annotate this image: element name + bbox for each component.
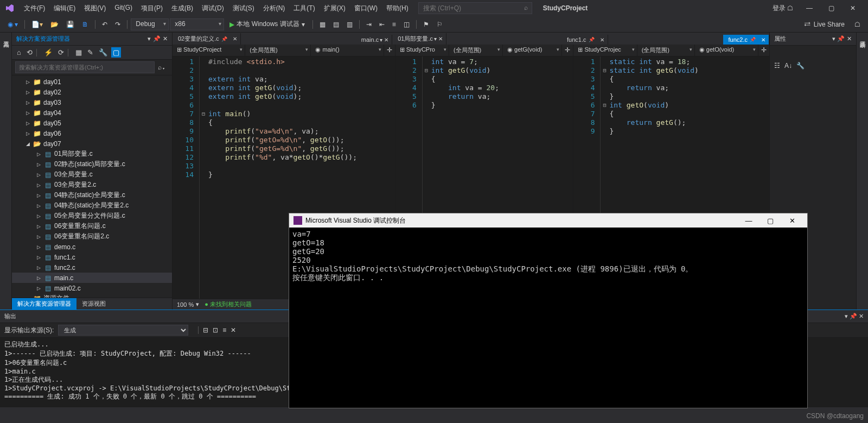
collapse-icon[interactable]: ⟲ [25, 47, 34, 58]
menu-item[interactable]: 生成(B) [167, 2, 197, 15]
window-maximize-button[interactable]: ▢ [820, 4, 842, 12]
output-source-dropdown[interactable]: 生成 [58, 325, 188, 336]
editor-tab[interactable]: 02变量的定义.c📌✕ [173, 33, 241, 45]
menu-item[interactable]: 文件(F) [20, 2, 49, 15]
home-icon[interactable]: ⌂ [15, 47, 23, 58]
panel-close-icon[interactable]: ✕ [847, 35, 852, 42]
refresh-icon[interactable]: ⟳ [56, 47, 66, 58]
open-button[interactable]: 📂 [47, 18, 62, 30]
tree-item[interactable]: ▷▤06变量重名问题.c [12, 221, 172, 231]
tree-item[interactable]: ▷▤03全局变量2.c [12, 180, 172, 190]
view-icon[interactable]: ▢ [111, 47, 121, 58]
console-close-button[interactable]: ✕ [781, 217, 803, 225]
menu-item[interactable]: 视图(V) [80, 2, 110, 15]
redo-button[interactable]: ↷ [112, 18, 124, 30]
menu-item[interactable]: 工具(T) [289, 2, 319, 15]
properties-icon[interactable]: ✎ [86, 47, 95, 58]
nav-func-2[interactable]: ◉ getG(void) [503, 45, 562, 56]
console-output[interactable]: va=7 getO=18 getG=20 2520 E:\VisualStudi… [289, 228, 807, 408]
tree-item[interactable]: ▷▤main02.c [12, 283, 172, 293]
console-maximize-button[interactable]: ▢ [760, 217, 781, 225]
menu-item[interactable]: 帮助(H) [382, 2, 413, 15]
undo-button[interactable]: ↶ [99, 18, 111, 30]
tool-icon-6[interactable]: ≡ [389, 18, 399, 30]
tree-item[interactable]: ▷📁day04 [12, 108, 172, 118]
panel-pin-icon[interactable]: ▾ 📌 [832, 35, 845, 42]
tool-icon-7[interactable]: ◫ [400, 18, 413, 30]
tree-item[interactable]: ◢📂day07 [12, 138, 172, 149]
global-search-input[interactable] [418, 2, 532, 14]
menu-item[interactable]: 项目(P) [137, 2, 167, 15]
panel-dropdown-icon[interactable]: ▾ [148, 35, 151, 42]
config-dropdown[interactable]: Debug [131, 18, 169, 30]
menu-item[interactable]: 调试(D) [197, 2, 228, 15]
tool-icon-1[interactable]: ▦ [316, 18, 329, 30]
tree-item[interactable]: ▷📁day03 [12, 97, 172, 108]
tool-icon-8[interactable]: ⚑ [420, 18, 432, 30]
panel-pin-icon[interactable]: ▾ 📌 ✕ [845, 313, 864, 320]
tool-icon-3[interactable]: ▥ [343, 18, 356, 30]
menu-item[interactable]: 分析(N) [259, 2, 290, 15]
output-tool-1[interactable]: ⊟ [203, 326, 208, 334]
editor-tab[interactable]: 01局部变量.c▾ ✕ [392, 33, 446, 45]
editor-tab[interactable]: func2.c📌✕ [723, 35, 769, 45]
categorized-icon[interactable]: ☷ [773, 61, 781, 71]
tool-icon-5[interactable]: ⇤ [376, 18, 388, 30]
tree-item[interactable]: ▷📁day02 [12, 87, 172, 97]
tree-item[interactable]: ▷▤main.c [12, 273, 172, 283]
tree-item[interactable]: ▷▤01局部变量.c [12, 149, 172, 159]
back-nav-button[interactable]: ◉ ▾ [4, 18, 21, 30]
split-icon[interactable]: ✛ [562, 45, 573, 56]
console-titlebar[interactable]: Microsoft Visual Studio 调试控制台 — ▢ ✕ [289, 213, 807, 228]
login-button[interactable]: 登录 ☖ [767, 2, 799, 15]
show-all-icon[interactable]: ▦ [74, 47, 84, 58]
output-tool-4[interactable]: ✕ [231, 326, 236, 334]
nav-project-3[interactable]: ⊞ StudyCProjec [573, 45, 637, 56]
save-all-button[interactable]: 🗎 [79, 18, 92, 30]
split-icon[interactable]: ✛ [758, 45, 769, 56]
editor-tab[interactable]: func1.c📌✕ [561, 35, 608, 45]
tree-item[interactable]: ▷▤05全局变量分文件问题.c [12, 211, 172, 221]
menu-item[interactable]: 测试(S) [228, 2, 259, 15]
menu-item[interactable]: 扩展(X) [320, 2, 350, 15]
tab-solution-explorer[interactable]: 解决方案资源管理器 [12, 298, 76, 310]
split-icon[interactable]: ✛ [384, 45, 395, 56]
tool-icon-9[interactable]: ⚐ [433, 18, 446, 30]
nav-scope-2[interactable]: (全局范围) [449, 45, 503, 56]
nav-project-2[interactable]: ⊞ StudyCPro [395, 45, 449, 56]
explorer-search-input[interactable] [15, 61, 155, 73]
issues-indicator[interactable]: ● 未找到相关问题 [205, 300, 252, 308]
admin-icon[interactable]: ☖ [851, 18, 864, 30]
console-minimize-button[interactable]: — [738, 217, 760, 225]
tree-item[interactable]: ▷▤02静态(static)局部变量.c [12, 159, 172, 169]
tree-item[interactable]: ▷📁day06 [12, 128, 172, 138]
tab-resource-view[interactable]: 资源视图 [76, 298, 111, 310]
search-icon[interactable]: ⌕▾ [155, 61, 169, 73]
preview-icon[interactable]: 🔧 [97, 47, 109, 58]
alphabetical-icon[interactable]: A↓ [783, 61, 793, 71]
tool-icon-4[interactable]: ⇥ [363, 18, 375, 30]
zoom-dropdown[interactable]: 100 % ▾ [177, 301, 199, 308]
props-icon[interactable]: 🔧 [795, 61, 806, 71]
panel-pin-icon[interactable]: 📌 [153, 35, 161, 42]
nav-scope-1[interactable]: (全局范围) [245, 45, 311, 56]
output-tool-3[interactable]: ≡ [222, 326, 226, 334]
output-tool-2[interactable]: ⊡ [213, 326, 218, 334]
live-share-button[interactable]: ⮂ Live Share [799, 21, 850, 28]
tool-icon-2[interactable]: ▤ [330, 18, 342, 30]
tree-item[interactable]: ▷▤func2.c [12, 262, 172, 273]
window-close-button[interactable]: ✕ [842, 4, 864, 12]
menu-item[interactable]: 窗口(W) [350, 2, 382, 15]
menu-item[interactable]: Git(G) [110, 2, 137, 15]
diagnostic-tools-tab[interactable]: 诊断工具 [856, 33, 868, 310]
menu-item[interactable]: 编辑(E) [49, 2, 80, 15]
tree-item[interactable]: ▷📁day01 [12, 77, 172, 87]
tree-item[interactable]: ▷▤04静态(static)全局变量.c [12, 190, 172, 200]
tree-item[interactable]: ▷▤demo.c [12, 242, 172, 252]
sync-icon[interactable]: ⚡ [42, 47, 54, 58]
save-button[interactable]: 💾 [63, 18, 78, 30]
nav-func-3[interactable]: ◉ getO(void) [695, 45, 758, 56]
tree-item[interactable]: 📁资源文件 [12, 293, 172, 298]
editor-tab[interactable]: main.c▾ ✕ [356, 35, 392, 45]
panel-close-icon[interactable]: ✕ [163, 35, 168, 42]
